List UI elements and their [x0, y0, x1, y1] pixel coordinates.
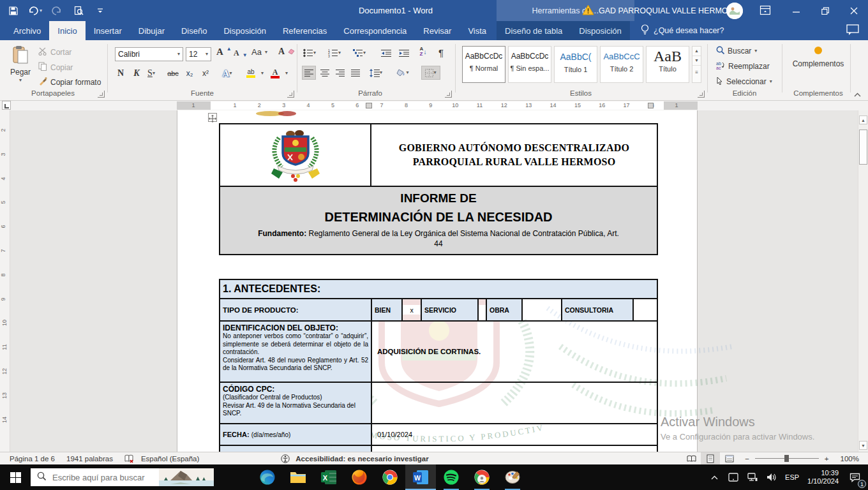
zoom-level[interactable]: 100% [835, 455, 868, 463]
tab-archivo[interactable]: Archivo [5, 21, 49, 40]
decrease-indent-icon[interactable] [379, 46, 393, 60]
style-normal[interactable]: AaBbCcDc ¶ Normal [462, 46, 505, 83]
styles-scroll-up-icon[interactable]: ▲ [692, 47, 701, 56]
action-center-icon[interactable]: 1 [845, 464, 864, 490]
close-button[interactable] [839, 0, 868, 21]
read-mode-icon[interactable] [682, 452, 701, 464]
vertical-ruler[interactable]: 234567891011121314 [0, 110, 10, 452]
tab-vista[interactable]: Vista [460, 21, 495, 40]
format-painter-button[interactable]: Copiar formato [38, 77, 101, 87]
tab-dibujar[interactable]: Dibujar [130, 21, 173, 40]
undo-dropdown-arrow[interactable]: ▾ [40, 8, 42, 13]
strikethrough-button[interactable]: abc [166, 66, 180, 80]
tray-tablet-icon[interactable] [726, 464, 741, 490]
taskbar-word-icon[interactable]: W [405, 464, 436, 490]
tray-chevron-up-icon[interactable] [707, 464, 722, 490]
web-layout-icon[interactable] [720, 452, 739, 464]
paragraph-dialog-launcher[interactable] [445, 91, 452, 98]
taskbar-firefox-icon[interactable] [344, 464, 375, 490]
highlight-dropdown[interactable]: ▾ [255, 66, 269, 80]
tab-disposicion-tabla[interactable]: Disposición [571, 21, 629, 40]
tipo-bien-mark-cell[interactable]: x [403, 299, 422, 320]
font-color-dropdown[interactable]: ▾ [280, 66, 294, 80]
taskbar-chrome-profile-icon[interactable] [467, 464, 497, 490]
codigo-cpc-value-cell[interactable] [372, 383, 657, 423]
tab-stop-selector[interactable] [2, 101, 11, 110]
taskbar-excel-icon[interactable]: X [313, 464, 344, 490]
print-layout-icon[interactable] [701, 452, 720, 464]
start-button[interactable] [0, 464, 31, 490]
word-count[interactable]: 1941 palabras [61, 455, 119, 463]
identificacion-value-cell[interactable]: ADQUISICIÓN DE CORTINAS. [372, 322, 657, 382]
zoom-out-button[interactable]: − [739, 455, 755, 463]
account-name[interactable]: GAD PARROQUIAL VALLE HERMOSO [599, 0, 740, 21]
proofing-icon[interactable] [119, 454, 140, 463]
style-titulo-1[interactable]: AaBbC( Título 1 [554, 46, 597, 83]
align-center-button[interactable] [318, 66, 332, 80]
ribbon-display-options-icon[interactable] [760, 5, 771, 18]
taskbar-file-explorer-icon[interactable] [283, 464, 313, 490]
paragraph-marks-button[interactable]: ¶ [434, 45, 448, 59]
underline-button[interactable]: S▾ [144, 66, 158, 80]
tab-diseno[interactable]: Diseño [173, 21, 215, 40]
vertical-scrollbar[interactable]: ▲ ▼ [858, 110, 868, 452]
justify-button[interactable] [348, 66, 363, 80]
bold-button[interactable]: N [114, 66, 128, 80]
taskbar-spotify-icon[interactable] [436, 464, 467, 490]
styles-more-icon[interactable]: ≡ [692, 65, 701, 80]
tray-network-icon[interactable] [745, 464, 760, 490]
superscript-button[interactable]: x² [198, 66, 213, 80]
styles-scroll-down-icon[interactable]: ▼ [692, 56, 701, 65]
tell-me-box[interactable]: ¿Qué desea hacer? [634, 21, 731, 40]
horizontal-ruler[interactable]: 1 1 123456789101112131415161718 [177, 101, 698, 110]
tab-insertar[interactable]: Insertar [86, 21, 130, 40]
replace-button[interactable]: abac Reemplazar [716, 61, 770, 71]
addins-button[interactable]: Complementos [786, 47, 850, 68]
borders-icon[interactable]: ▾ [421, 66, 440, 80]
multilevel-list-icon[interactable]: ▾ [352, 46, 366, 60]
tipo-servicio-mark-cell[interactable] [479, 299, 487, 320]
font-name-combo[interactable]: Calibri▾ [115, 47, 183, 61]
header-table[interactable]: GOBIERNO AUTÓNOMO DESCENTRALIZADO PARROQ… [219, 123, 658, 187]
print-preview-icon[interactable] [71, 3, 86, 19]
style-titulo[interactable]: AaB Título [646, 46, 689, 83]
select-button[interactable]: Seleccionar▾ [716, 77, 772, 87]
find-button[interactable]: Buscar▾ [716, 46, 757, 56]
tab-disposicion[interactable]: Disposición [215, 21, 274, 40]
search-input[interactable] [51, 472, 153, 483]
clear-formatting-button[interactable]: A [278, 47, 295, 57]
styles-gallery-scroll[interactable]: ▲ ▼ ≡ [692, 46, 701, 83]
customize-qat-icon[interactable] [93, 3, 107, 19]
scrollbar-thumb[interactable] [859, 130, 867, 165]
taskbar-chrome-icon[interactable] [375, 464, 405, 490]
numbering-icon[interactable]: 123▾ [327, 46, 341, 60]
text-effects-button[interactable]: A▾ [220, 66, 234, 80]
scroll-down-icon[interactable]: ▼ [859, 441, 867, 450]
minimize-button[interactable] [782, 0, 811, 21]
font-dialog-launcher[interactable] [287, 91, 294, 98]
save-icon[interactable] [6, 3, 20, 19]
zoom-slider[interactable] [755, 452, 819, 464]
bullets-icon[interactable]: ▾ [303, 46, 317, 60]
right-indent-marker[interactable] [648, 103, 654, 108]
fecha-value-cell[interactable]: 01/10/2024 [372, 424, 657, 445]
language-indicator[interactable]: Español (España) [140, 455, 205, 463]
undo-icon[interactable]: ▾ [28, 3, 42, 19]
shading-icon[interactable]: ▾ [396, 66, 410, 80]
taskbar-edge-icon[interactable] [252, 464, 283, 490]
accessibility-status[interactable]: Accesibilidad: es necesario investigar [296, 455, 434, 463]
page-indicator[interactable]: Página 1 de 6 [4, 455, 61, 463]
clipboard-dialog-launcher[interactable] [98, 91, 105, 98]
tab-diseno-de-tabla[interactable]: Diseño de tabla [497, 21, 571, 40]
styles-dialog-launcher[interactable] [698, 91, 705, 98]
sort-button[interactable]: AZ ↓ [416, 45, 430, 59]
paste-button[interactable]: Pegar ▾ [6, 45, 34, 83]
increase-indent-icon[interactable] [397, 46, 411, 60]
font-size-combo[interactable]: 12▾ [186, 47, 211, 61]
tab-correspondencia[interactable]: Correspondencia [335, 21, 415, 40]
scroll-up-icon[interactable]: ▲ [859, 115, 867, 124]
line-spacing-icon[interactable]: ▾ [369, 66, 383, 80]
document-canvas[interactable]: 234567891011121314 E HERMOSO TURIS [0, 110, 868, 452]
tray-volume-icon[interactable] [764, 464, 779, 490]
align-left-button[interactable] [302, 66, 316, 80]
